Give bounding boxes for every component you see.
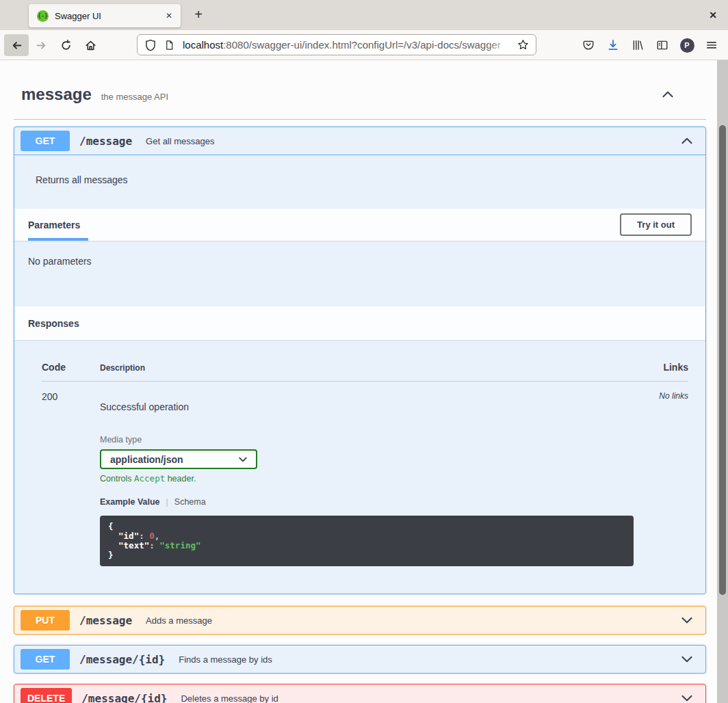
tab-example-value[interactable]: Example Value — [100, 497, 160, 507]
col-description: Description — [100, 363, 634, 373]
page-info-icon[interactable] — [164, 40, 174, 51]
bookmark-star-icon[interactable] — [517, 39, 529, 51]
tab-parameters[interactable]: Parameters — [28, 209, 88, 241]
response-row-200: 200 Successful operation Media type appl… — [42, 382, 688, 566]
forward-button[interactable] — [29, 34, 53, 56]
scrollbar-track[interactable] — [717, 60, 728, 703]
media-type-label: Media type — [100, 435, 634, 445]
method-badge-get: GET — [21, 649, 70, 669]
media-type-value: application/json — [110, 454, 183, 465]
opblock-summary[interactable]: GET /message/{id} Finds a message by ids — [14, 646, 705, 673]
op-path: /message/{id} — [81, 692, 167, 703]
response-description: Successful operation — [100, 401, 634, 412]
sidebar-icon — [656, 39, 668, 51]
op-summary-text: Get all messages — [146, 136, 214, 146]
response-description-cell: Successful operation Media type applicat… — [100, 391, 634, 566]
home-icon — [85, 40, 96, 51]
profile-icon: P — [680, 38, 694, 53]
shield-icon[interactable] — [144, 39, 157, 51]
op-summary-text: Deletes a message by id — [181, 693, 278, 703]
chevron-down-icon — [239, 457, 247, 462]
tab-separator: | — [166, 497, 168, 507]
responses-title: Responses — [28, 306, 79, 340]
opblock-get-message: GET /message Get all messages Returns al… — [14, 127, 706, 594]
opblock-summary[interactable]: PUT /message Adds a message — [14, 607, 705, 634]
tag-description: the message API — [101, 88, 168, 102]
menu-button[interactable] — [699, 34, 724, 56]
responses-bar: Responses — [14, 306, 705, 340]
tab-schema[interactable]: Schema — [174, 497, 206, 507]
opblock-delete-message-id: DELETE /message/{id} Deletes a message b… — [14, 684, 706, 703]
example-json-block: { "id": 0, "text": "string" } — [100, 516, 634, 566]
try-it-out-button[interactable]: Try it out — [620, 213, 692, 236]
method-badge-put: PUT — [21, 610, 70, 631]
tab-title: Swagger UI — [55, 11, 101, 21]
responses-table-header: Code Description Links — [42, 362, 688, 382]
tag-section-header[interactable]: message the message API — [14, 81, 706, 120]
download-icon — [607, 39, 619, 51]
library-button[interactable] — [625, 34, 650, 56]
method-badge-get: GET — [21, 131, 70, 151]
browser-tab[interactable]: {-} Swagger UI ✕ — [29, 4, 181, 27]
opblock-summary[interactable]: DELETE /message/{id} Deletes a message b… — [14, 685, 705, 703]
home-button[interactable] — [78, 34, 103, 56]
swagger-page: message the message API GET /message Get… — [0, 60, 717, 703]
tab-close-icon[interactable]: ✕ — [161, 8, 177, 23]
controls-accept-note: Controls Accept header. — [100, 473, 634, 483]
op-summary-text: Adds a message — [146, 615, 212, 626]
expand-chevron-down-icon[interactable] — [679, 692, 694, 703]
method-badge-delete: DELETE — [21, 688, 72, 703]
window-close-icon[interactable]: ✕ — [703, 5, 723, 25]
swagger-favicon-icon: {-} — [37, 10, 49, 22]
scrollbar-thumb[interactable] — [719, 125, 726, 595]
op-path: /message/{id} — [79, 653, 165, 666]
col-code: Code — [42, 362, 100, 373]
section-collapse-chevron-up-icon[interactable] — [660, 88, 675, 101]
opblock-summary[interactable]: GET /message Get all messages — [14, 127, 705, 155]
hamburger-menu-icon — [705, 39, 718, 51]
no-parameters-text: No parameters — [14, 241, 705, 306]
responses-table: Code Description Links 200 Successful op… — [14, 340, 705, 580]
sidebar-button[interactable] — [650, 34, 675, 56]
expand-chevron-down-icon[interactable] — [679, 614, 694, 626]
response-code: 200 — [42, 391, 100, 566]
accept-header-code: Accept — [134, 473, 165, 483]
downloads-button[interactable] — [601, 34, 625, 56]
example-schema-tabs: Example Value | Schema — [100, 497, 634, 507]
profile-button[interactable]: P — [675, 34, 699, 56]
op-description: Returns all messages — [14, 155, 705, 209]
opblock-put-message: PUT /message Adds a message — [14, 606, 706, 635]
op-path: /message — [79, 614, 132, 627]
media-type-select[interactable]: application/json — [100, 449, 257, 469]
browser-tab-bar: {-} Swagger UI ✕ + ✕ — [0, 0, 728, 30]
parameters-bar: Parameters Try it out — [14, 209, 705, 241]
tag-title: message — [21, 85, 92, 104]
reload-button[interactable] — [53, 34, 78, 56]
pocket-icon — [582, 39, 595, 51]
collapse-chevron-up-icon[interactable] — [679, 135, 694, 147]
library-icon — [632, 39, 644, 51]
url-bar[interactable]: localhost:8080/swagger-ui/index.html?con… — [137, 34, 536, 55]
expand-chevron-down-icon[interactable] — [679, 653, 694, 665]
col-links: Links — [634, 362, 688, 373]
op-path: /message — [79, 135, 132, 148]
pocket-button[interactable] — [576, 34, 601, 56]
forward-icon — [36, 40, 47, 51]
reload-icon — [60, 40, 72, 51]
address-text[interactable]: localhost:8080/swagger-ui/index.html?con… — [183, 39, 515, 51]
back-button[interactable] — [4, 34, 29, 56]
new-tab-button[interactable]: + — [189, 5, 208, 24]
back-icon — [11, 40, 23, 51]
op-summary-text: Finds a message by ids — [179, 654, 272, 665]
opblock-get-message-id: GET /message/{id} Finds a message by ids — [14, 645, 706, 674]
browser-toolbar: localhost:8080/swagger-ui/index.html?con… — [0, 30, 728, 60]
response-links: No links — [634, 391, 688, 566]
